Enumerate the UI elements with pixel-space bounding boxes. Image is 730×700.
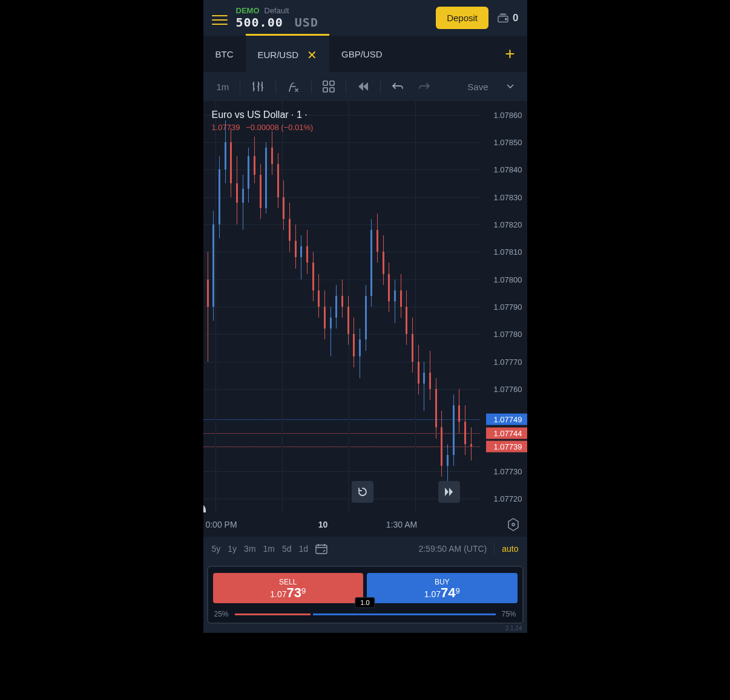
y-tick: 1.07720 — [494, 494, 522, 503]
range-1y[interactable]: 1y — [228, 544, 237, 554]
chart-price-change: 1.07739 −0.00008 (−0.01%) — [212, 123, 317, 132]
layout-button[interactable] — [317, 77, 341, 96]
candle-type-button[interactable] — [245, 77, 271, 96]
buy-percent: 75% — [501, 610, 516, 618]
sell-percent: 25% — [214, 610, 229, 618]
y-tick: 1.07790 — [494, 303, 522, 312]
wallet-icon — [497, 13, 509, 23]
y-tick: 1.07850 — [494, 138, 522, 147]
chart-area[interactable]: Euro vs US Dollar · 1 · 1.07739 −0.00008… — [203, 101, 527, 537]
tab-gbpusd[interactable]: GBP/USD — [329, 36, 395, 72]
save-button[interactable]: Save — [461, 77, 494, 96]
undo-button[interactable] — [386, 77, 410, 96]
y-tick: 1.07730 — [494, 467, 522, 476]
interval-selector[interactable]: 1m — [211, 77, 235, 96]
positions-counter[interactable]: 0 — [497, 12, 518, 24]
range-5d[interactable]: 5d — [282, 544, 292, 554]
svg-rect-5 — [330, 88, 334, 92]
range-3m[interactable]: 3m — [244, 544, 255, 554]
sell-price: 1.07739 — [213, 586, 364, 600]
tab-eurusd[interactable]: EUR/USD ✕ — [246, 34, 330, 72]
x-tick: 1:30 AM — [386, 520, 417, 529]
fx-icon — [287, 80, 300, 93]
chart-title: Euro vs US Dollar · 1 · — [212, 110, 317, 120]
svg-rect-7 — [316, 545, 327, 554]
menu-icon[interactable] — [212, 12, 228, 24]
y-tick: 1.07820 — [494, 220, 522, 229]
reset-icon — [357, 486, 368, 497]
save-menu-button[interactable] — [501, 77, 520, 96]
tab-btc[interactable]: BTC — [203, 36, 246, 72]
grid-icon — [323, 80, 335, 93]
price-marker: 1.07749 — [486, 413, 527, 425]
deposit-button[interactable]: Deposit — [436, 7, 488, 29]
range-5y[interactable]: 5y — [212, 544, 221, 554]
svg-point-6 — [512, 523, 515, 526]
chevron-down-icon — [507, 84, 514, 89]
gear-hex-icon — [507, 518, 520, 531]
add-tab-button[interactable]: + — [493, 36, 527, 72]
x-tick: 0:00 PM — [205, 520, 237, 529]
close-icon[interactable]: ✕ — [307, 49, 317, 61]
rewind-icon — [357, 81, 369, 92]
buy-button[interactable]: BUY 1.07749 — [367, 573, 518, 603]
tab-label: GBP/USD — [341, 49, 383, 59]
date-range-button[interactable] — [315, 543, 327, 554]
redo-icon — [418, 82, 430, 91]
y-axis[interactable]: 1.078601.078501.078401.078301.078201.078… — [480, 101, 527, 512]
range-1m[interactable]: 1m — [263, 544, 275, 554]
auto-scale-button[interactable]: auto — [502, 544, 518, 554]
chart-toolbar: 1m — [203, 72, 527, 101]
fast-forward-icon — [444, 487, 454, 497]
tab-label: EUR/USD — [258, 50, 299, 60]
candlestick-icon — [251, 80, 265, 93]
svg-point-1 — [505, 18, 507, 19]
chart-title-block: Euro vs US Dollar · 1 · 1.07739 −0.00008… — [212, 110, 317, 132]
x-tick: 10 — [318, 520, 328, 529]
instrument-tabs: BTC EUR/USD ✕ GBP/USD + — [203, 36, 527, 72]
y-tick: 1.07840 — [494, 165, 522, 174]
redo-button[interactable] — [412, 77, 436, 96]
undo-icon — [392, 82, 404, 91]
account-default-label: Default — [265, 6, 289, 15]
demo-label: DEMO — [236, 6, 260, 15]
balance-currency: USD — [295, 15, 318, 30]
range-1d[interactable]: 1d — [299, 544, 309, 554]
tab-label: BTC — [215, 49, 234, 59]
y-tick: 1.07860 — [494, 110, 522, 119]
svg-rect-3 — [330, 81, 334, 85]
wallet-count: 0 — [513, 12, 518, 24]
sell-button[interactable]: SELL 1.07739 — [213, 573, 364, 603]
svg-rect-4 — [323, 88, 327, 92]
x-axis[interactable]: 0:00 PM101:30 AM — [203, 512, 527, 537]
y-tick: 1.07770 — [494, 357, 522, 366]
reset-chart-button[interactable] — [352, 481, 373, 503]
account-block[interactable]: DEMO Default 500.00 USD — [236, 6, 428, 30]
y-tick: 1.07810 — [494, 247, 522, 257]
buy-price: 1.07749 — [367, 586, 518, 600]
y-tick: 1.07800 — [494, 275, 522, 284]
scroll-to-end-button[interactable] — [438, 481, 460, 503]
clock-label[interactable]: 2:59:50 AM (UTC) — [418, 544, 487, 554]
sentiment-bar: 25% 75% — [213, 609, 518, 619]
app-root: DEMO Default 500.00 USD Deposit 0 BTC EU… — [203, 0, 527, 633]
header: DEMO Default 500.00 USD Deposit 0 — [203, 0, 527, 36]
y-tick: 1.07780 — [494, 330, 522, 339]
balance-value: 500.00 — [236, 15, 283, 30]
price-marker: 1.07744 — [486, 427, 527, 439]
indicators-button[interactable] — [281, 77, 306, 96]
range-row: 5y 1y 3m 1m 5d 1d 2:59:50 AM (UTC) auto — [203, 537, 527, 561]
svg-rect-2 — [323, 81, 327, 85]
y-tick: 1.07760 — [494, 385, 522, 394]
rewind-button[interactable] — [351, 77, 375, 96]
trade-panel: SELL 1.07739 BUY 1.07749 1.0 25% 75% — [207, 566, 524, 624]
version-label: 2.1.24 — [203, 624, 527, 633]
y-tick: 1.07830 — [494, 192, 522, 201]
candlestick-series — [203, 101, 473, 512]
price-marker: 1.07739 — [486, 441, 527, 453]
calendar-icon — [315, 543, 327, 554]
chart-settings-button[interactable] — [507, 518, 520, 531]
lot-size-input[interactable]: 1.0 — [355, 597, 375, 608]
